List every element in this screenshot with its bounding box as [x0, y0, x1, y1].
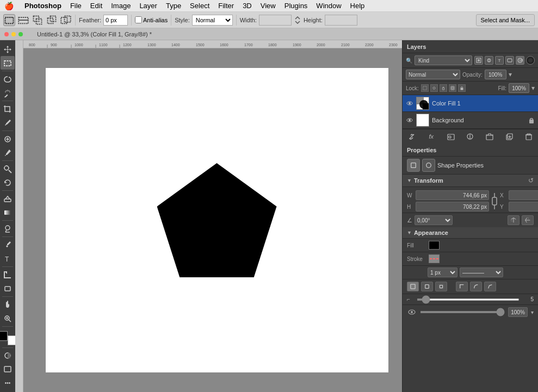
- h-input[interactable]: [416, 202, 489, 211]
- layer-visibility-btn[interactable]: [406, 99, 413, 107]
- layer-visibility-btn[interactable]: [406, 116, 413, 124]
- apple-menu[interactable]: 🍎: [4, 2, 14, 10]
- stroke-bevel-btn[interactable]: [484, 282, 496, 291]
- layer-item[interactable]: Background: [403, 112, 538, 129]
- x-input[interactable]: [509, 190, 538, 200]
- feather-input[interactable]: [103, 15, 128, 26]
- filter-circle-btn[interactable]: [526, 56, 535, 65]
- foreground-color[interactable]: [0, 331, 8, 341]
- layer-item[interactable]: Color Fill 1: [403, 95, 538, 112]
- layer-fx-btn[interactable]: fx: [426, 132, 436, 141]
- select-and-mask-btn[interactable]: Select and Mask...: [476, 14, 535, 26]
- close-btn[interactable]: [4, 32, 9, 36]
- stroke-inside-btn[interactable]: [407, 282, 419, 291]
- angle-select[interactable]: 0,00°: [415, 215, 453, 225]
- menu-filter[interactable]: Filter: [214, 1, 238, 11]
- menu-select[interactable]: Select: [185, 1, 214, 11]
- eyedropper-btn[interactable]: [1, 116, 15, 129]
- transform-section-header[interactable]: ▼ Transform ↺: [403, 175, 538, 187]
- add-mask-btn[interactable]: [446, 132, 456, 141]
- chain-link[interactable]: [489, 193, 500, 209]
- menu-photoshop[interactable]: Photoshop: [20, 1, 66, 11]
- stroke-miter-btn[interactable]: [456, 282, 468, 291]
- filter-pixel-btn[interactable]: [474, 56, 483, 65]
- menu-view[interactable]: View: [256, 1, 280, 11]
- magic-wand-btn[interactable]: [1, 86, 15, 99]
- menu-window[interactable]: Window: [312, 1, 345, 11]
- quick-mask-btn[interactable]: [1, 349, 15, 363]
- pen-btn[interactable]: [1, 238, 15, 252]
- lock-position-btn[interactable]: [440, 84, 447, 92]
- stroke-outside-btn[interactable]: [435, 282, 447, 291]
- stroke-size-select[interactable]: 1 px 0 px 2 px 3 px: [428, 267, 457, 277]
- style-select[interactable]: Normal Fixed Ratio Fixed Size: [192, 15, 233, 26]
- corner-radius-slider[interactable]: [417, 298, 520, 301]
- filter-type-btn[interactable]: T: [495, 56, 504, 65]
- zoom-btn[interactable]: [1, 312, 15, 325]
- swap-wh-btn[interactable]: [294, 16, 301, 24]
- lock-artboard-btn[interactable]: [449, 84, 456, 92]
- subtract-selection-btn[interactable]: [46, 14, 58, 26]
- maximize-btn[interactable]: [18, 32, 23, 36]
- filter-adjust-btn[interactable]: [485, 56, 493, 65]
- filter-smart-btn[interactable]: SM: [516, 56, 524, 65]
- layer-opacity-slider[interactable]: [420, 311, 505, 313]
- selection-tool-btn[interactable]: [1, 56, 15, 70]
- brush-btn[interactable]: [1, 146, 15, 159]
- blend-mode-select[interactable]: Normal Dissolve Multiply Screen: [406, 70, 460, 79]
- minimize-btn[interactable]: [11, 32, 16, 36]
- flip-horizontal-btn[interactable]: [508, 215, 520, 225]
- w-input[interactable]: [416, 190, 489, 200]
- add-adjustment-btn[interactable]: [465, 132, 475, 141]
- shape-props-shape-btn[interactable]: [407, 159, 420, 172]
- width-input[interactable]: [259, 15, 292, 26]
- fill-input[interactable]: [509, 83, 529, 93]
- layers-kind-select[interactable]: Kind: [415, 55, 472, 65]
- opacity-percent-arrow[interactable]: ▾: [531, 309, 534, 315]
- more-tools-btn[interactable]: •••: [1, 376, 15, 390]
- history-btn[interactable]: [1, 176, 15, 189]
- menu-file[interactable]: File: [66, 1, 86, 11]
- shape-btn[interactable]: [1, 282, 15, 295]
- single-row-marquee-btn[interactable]: [17, 14, 29, 26]
- stroke-color-btn[interactable]: [429, 254, 440, 263]
- lock-all-btn[interactable]: [458, 84, 466, 92]
- type-btn[interactable]: T: [1, 252, 15, 265]
- transform-reset-btn[interactable]: ↺: [528, 177, 534, 184]
- screen-mode-btn[interactable]: [1, 363, 15, 376]
- y-input[interactable]: [509, 202, 538, 211]
- crop-tool-btn[interactable]: [1, 102, 15, 116]
- menu-plugins[interactable]: Plugins: [280, 1, 312, 11]
- intersect-selection-btn[interactable]: [60, 14, 72, 26]
- anti-alias-checkbox[interactable]: [135, 16, 142, 23]
- opacity-input[interactable]: [485, 70, 506, 79]
- menu-layer[interactable]: Layer: [135, 1, 162, 11]
- appearance-section-header[interactable]: ▼ Appearance: [403, 227, 538, 239]
- visibility-toggle-btn[interactable]: [407, 308, 417, 316]
- heal-btn[interactable]: [1, 132, 15, 146]
- hand-btn[interactable]: [1, 298, 15, 312]
- shape-props-circle-btn[interactable]: [422, 159, 435, 172]
- eraser-btn[interactable]: [1, 192, 15, 206]
- clone-stamp-btn[interactable]: [1, 162, 15, 176]
- lasso-tool-btn[interactable]: [1, 72, 15, 86]
- opacity-arrow[interactable]: ▾: [509, 71, 512, 78]
- add-group-btn[interactable]: [485, 132, 494, 141]
- link-layers-btn[interactable]: [407, 132, 417, 141]
- background-color[interactable]: [8, 335, 15, 345]
- height-input[interactable]: [325, 15, 357, 26]
- stroke-center-btn[interactable]: [421, 282, 433, 291]
- lock-pixels-btn[interactable]: [430, 84, 438, 92]
- menu-3d[interactable]: 3D: [238, 1, 256, 11]
- new-layer-btn[interactable]: [504, 132, 514, 141]
- menu-image[interactable]: Image: [107, 1, 135, 11]
- filter-shape-btn[interactable]: [505, 56, 514, 65]
- menu-edit[interactable]: Edit: [86, 1, 107, 11]
- rectangular-marquee-btn[interactable]: [3, 14, 15, 26]
- canvas-area[interactable]: 800 900 1000 1100 1200 1300 1400 1500 16…: [23, 40, 402, 392]
- dodge-btn[interactable]: [1, 222, 15, 235]
- path-select-btn[interactable]: [1, 268, 15, 282]
- add-to-selection-btn[interactable]: [32, 14, 44, 26]
- fill-color-btn[interactable]: [429, 241, 440, 250]
- stroke-type-select[interactable]: ———— - - - - ......: [460, 267, 503, 277]
